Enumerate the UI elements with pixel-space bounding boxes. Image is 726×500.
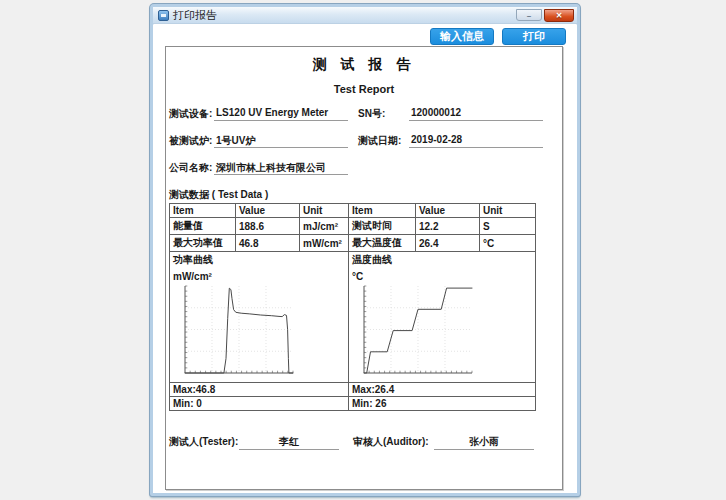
col-header: Value bbox=[416, 204, 480, 218]
cell: mJ/cm² bbox=[300, 218, 349, 235]
max-row: Max:46.8 Max:26.4 bbox=[170, 383, 536, 397]
cell: 46.8 bbox=[236, 235, 300, 252]
cell: 最大功率值 bbox=[170, 235, 236, 252]
report-title-cn: 测 试 报 告 bbox=[166, 56, 562, 74]
cell: 测试时间 bbox=[349, 218, 416, 235]
company-value: 深圳市林上科技有限公司 bbox=[214, 159, 348, 175]
window-title: 打印报告 bbox=[173, 8, 217, 23]
window-controls: – ✕ bbox=[516, 9, 574, 22]
close-button[interactable]: ✕ bbox=[544, 9, 574, 22]
tester-label: 测试人(Tester): bbox=[169, 433, 239, 450]
titlebar[interactable]: 打印报告 – ✕ bbox=[153, 7, 577, 24]
cell: mW/cm² bbox=[300, 235, 349, 252]
app-icon bbox=[158, 10, 169, 21]
temperature-curve-chart bbox=[354, 283, 532, 381]
power-chart-title: 功率曲线 bbox=[173, 253, 345, 267]
test-data-table: Item Value Unit Item Value Unit 能量值 188.… bbox=[169, 203, 536, 411]
test-data-section-title: 测试数据 ( Test Data ) bbox=[169, 188, 562, 202]
auditor-label: 审核人(Auditor): bbox=[353, 433, 434, 450]
field-row: 公司名称: 深圳市林上科技有限公司 bbox=[169, 159, 562, 186]
field-row: 测试设备: LS120 UV Energy Meter SN号: 1200000… bbox=[169, 105, 562, 132]
toolbar: 输入信息 打印 bbox=[430, 28, 566, 45]
power-chart-cell: 功率曲线 mW/cm² bbox=[170, 252, 349, 383]
dialog-content: 输入信息 打印 测 试 报 告 Test Report 测试设备: LS120 … bbox=[153, 25, 577, 493]
date-label: 测试日期: bbox=[358, 132, 409, 148]
col-header: Unit bbox=[480, 204, 536, 218]
device-value: LS120 UV Energy Meter bbox=[214, 105, 348, 121]
power-curve-chart bbox=[175, 283, 345, 381]
table-row: 最大功率值 46.8 mW/cm² 最大温度值 26.4 °C bbox=[170, 235, 536, 252]
temperature-min-value: Min: 26 bbox=[349, 397, 536, 411]
min-row: Min: 0 Min: 26 bbox=[170, 397, 536, 411]
power-max-value: Max:46.8 bbox=[170, 383, 349, 397]
cell: S bbox=[480, 218, 536, 235]
print-button[interactable]: 打印 bbox=[502, 28, 566, 45]
col-header: Value bbox=[236, 204, 300, 218]
report-page: 测 试 报 告 Test Report 测试设备: LS120 UV Energ… bbox=[165, 46, 563, 490]
col-header: Item bbox=[349, 204, 416, 218]
report-fields: 测试设备: LS120 UV Energy Meter SN号: 1200000… bbox=[169, 105, 562, 186]
tester-name: 李红 bbox=[239, 433, 339, 450]
cell: 最大温度值 bbox=[349, 235, 416, 252]
minimize-button[interactable]: – bbox=[516, 9, 542, 21]
field-row: 被测试炉: 1号UV炉 测试日期: 2019-02-28 bbox=[169, 132, 562, 159]
cell: 188.6 bbox=[236, 218, 300, 235]
sn-label: SN号: bbox=[358, 105, 409, 121]
chart-row: 功率曲线 mW/cm² 温度曲线 °C bbox=[170, 252, 536, 383]
sn-value: 120000012 bbox=[409, 105, 543, 121]
signature-row: 测试人(Tester): 李红 审核人(Auditor): 张小雨 bbox=[169, 433, 562, 450]
report-title-en: Test Report bbox=[166, 83, 562, 95]
temperature-chart-title: 温度曲线 bbox=[352, 253, 532, 267]
company-label: 公司名称: bbox=[169, 159, 214, 175]
oven-value: 1号UV炉 bbox=[214, 132, 348, 148]
temperature-max-value: Max:26.4 bbox=[349, 383, 536, 397]
col-header: Unit bbox=[300, 204, 349, 218]
col-header: Item bbox=[170, 204, 236, 218]
power-min-value: Min: 0 bbox=[170, 397, 349, 411]
device-label: 测试设备: bbox=[169, 105, 214, 121]
cell: 12.2 bbox=[416, 218, 480, 235]
cell: 26.4 bbox=[416, 235, 480, 252]
temperature-chart-unit: °C bbox=[352, 271, 532, 282]
cell: 能量值 bbox=[170, 218, 236, 235]
cell: °C bbox=[480, 235, 536, 252]
oven-label: 被测试炉: bbox=[169, 132, 214, 148]
print-report-dialog: 打印报告 – ✕ 输入信息 打印 测 试 报 告 Test Report 测试设… bbox=[150, 4, 580, 496]
table-row: 能量值 188.6 mJ/cm² 测试时间 12.2 S bbox=[170, 218, 536, 235]
date-value: 2019-02-28 bbox=[409, 132, 543, 148]
temperature-chart-cell: 温度曲线 °C bbox=[349, 252, 536, 383]
input-info-button[interactable]: 输入信息 bbox=[430, 28, 494, 45]
auditor-name: 张小雨 bbox=[434, 433, 534, 450]
power-chart-unit: mW/cm² bbox=[173, 271, 345, 282]
table-header-row: Item Value Unit Item Value Unit bbox=[170, 204, 536, 218]
